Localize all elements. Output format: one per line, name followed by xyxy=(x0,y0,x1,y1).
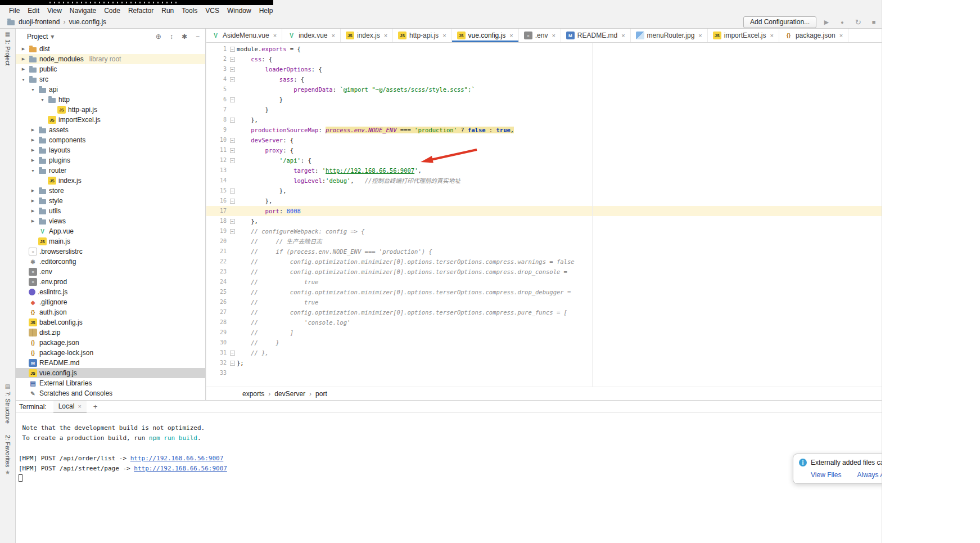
breadcrumb-file[interactable]: vue.config.js xyxy=(69,18,106,26)
editor-tab-.env[interactable]: .env xyxy=(519,29,561,42)
tree-item[interactable]: src xyxy=(16,74,205,84)
close-icon[interactable] xyxy=(78,403,81,410)
editor-breadcrumb-exports[interactable]: exports xyxy=(242,390,264,398)
gear-icon[interactable] xyxy=(182,33,187,41)
tree-item[interactable]: dist xyxy=(16,44,205,54)
editor-tab-menuRouter.jpg[interactable]: menuRouter.jpg xyxy=(631,29,708,42)
tree-item[interactable]: App.vue xyxy=(16,226,205,236)
tree-item[interactable]: assets xyxy=(16,125,205,135)
menu-item-file[interactable]: File xyxy=(5,7,24,15)
fold-marker-icon[interactable] xyxy=(228,216,237,226)
fold-marker-icon[interactable] xyxy=(228,145,237,155)
editor-tab-index.vue[interactable]: index.vue xyxy=(282,29,341,42)
fold-marker-icon[interactable] xyxy=(228,358,237,368)
tree-item[interactable]: api xyxy=(16,84,205,95)
tree-item[interactable]: dist.zip xyxy=(16,327,205,338)
editor-tab-index.js[interactable]: index.js xyxy=(341,29,393,42)
tree-item[interactable]: style xyxy=(16,196,205,206)
code-line[interactable]: 7 } xyxy=(206,105,980,115)
tree-item[interactable]: node_moduleslibrary root xyxy=(16,54,205,64)
code-line[interactable]: 13 target: 'http://192.168.66.56:9007', xyxy=(206,165,980,176)
tree-item[interactable]: .env.prod xyxy=(16,277,205,287)
chevron-collapsed-icon[interactable] xyxy=(30,199,36,203)
tree-item[interactable]: http-api.js xyxy=(16,105,205,115)
code-line[interactable]: 30 // } xyxy=(206,338,980,348)
chevron-down-icon[interactable] xyxy=(51,33,54,41)
fold-marker-icon[interactable] xyxy=(228,54,237,64)
close-icon[interactable] xyxy=(770,32,773,39)
tree-item[interactable]: .gitignore xyxy=(16,297,205,307)
code-line[interactable]: 32}; xyxy=(206,358,980,368)
code-line[interactable]: 18 }, xyxy=(206,216,980,226)
fold-marker-icon[interactable] xyxy=(228,115,237,125)
editor-tab-AsideMenu.vue[interactable]: AsideMenu.vue xyxy=(206,29,282,42)
fold-marker-icon[interactable] xyxy=(228,135,237,145)
code-line[interactable]: 16 }, xyxy=(206,196,980,206)
editor-tab-http-api.js[interactable]: http-api.js xyxy=(393,29,451,42)
tree-item[interactable]: External Libraries xyxy=(16,378,205,388)
menu-item-run[interactable]: Run xyxy=(157,7,178,15)
close-icon[interactable] xyxy=(509,32,513,39)
code-line[interactable]: 17 port: 8008 xyxy=(206,206,980,216)
fold-marker-icon[interactable] xyxy=(228,155,237,165)
chevron-collapsed-icon[interactable] xyxy=(30,138,36,142)
tool-window-structure[interactable]: 7: Structure xyxy=(0,383,15,424)
code-line[interactable]: 10 devServer: { xyxy=(206,135,980,145)
code-line[interactable]: 27 // config.optimization.minimizer[0].o… xyxy=(206,307,980,317)
tree-item[interactable]: package-lock.json xyxy=(16,348,205,358)
tree-item[interactable]: .eslintrc.js xyxy=(16,287,205,297)
fold-marker-icon[interactable] xyxy=(228,95,237,105)
close-icon[interactable] xyxy=(384,32,387,39)
code-editor[interactable]: 1module.exports = {2 css: {3 loaderOptio… xyxy=(206,43,980,387)
run-icon[interactable] xyxy=(821,19,832,26)
close-icon[interactable] xyxy=(332,32,335,39)
code-line[interactable]: 29 // ] xyxy=(206,327,980,338)
code-line[interactable]: 14 logLevel:'debug', //控制台终端打印代理前的真实地址 xyxy=(206,176,980,186)
tree-item[interactable]: README.md xyxy=(16,358,205,368)
menu-item-refactor[interactable]: Refactor xyxy=(124,7,157,15)
tool-window-favorites[interactable]: 2: Favorites xyxy=(0,435,15,475)
fold-marker-icon[interactable] xyxy=(228,226,237,236)
chevron-collapsed-icon[interactable] xyxy=(20,67,26,71)
code-line[interactable]: 11 proxy: { xyxy=(206,145,980,155)
menu-item-navigate[interactable]: Navigate xyxy=(66,7,100,15)
editor-tab-README.md[interactable]: README.md xyxy=(561,29,631,42)
add-configuration-button[interactable]: Add Configuration... xyxy=(743,16,816,28)
menu-item-window[interactable]: Window xyxy=(223,7,255,15)
chevron-collapsed-icon[interactable] xyxy=(30,189,36,193)
code-line[interactable]: 5 prependData: `@import "~@/assets/scss/… xyxy=(206,84,980,95)
tree-item[interactable]: .env xyxy=(16,267,205,277)
chevron-expanded-icon[interactable] xyxy=(39,98,46,102)
editor-breadcrumb-devServer[interactable]: devServer xyxy=(274,390,305,398)
editor-breadcrumb-port[interactable]: port xyxy=(315,390,327,398)
editor-tab-importExcel.js[interactable]: importExcel.js xyxy=(708,29,779,42)
tree-item[interactable]: router xyxy=(16,165,205,176)
code-line[interactable]: 24 // true xyxy=(206,277,980,287)
terminal-cursor[interactable] xyxy=(19,474,22,482)
code-line[interactable]: 20 // // 生产去除日志 xyxy=(206,236,980,246)
project-panel-title[interactable]: Project xyxy=(27,33,48,41)
tree-item[interactable]: utils xyxy=(16,206,205,216)
tree-item[interactable]: index.js xyxy=(16,176,205,186)
tree-item[interactable]: public xyxy=(16,64,205,74)
code-line[interactable]: 3 loaderOptions: { xyxy=(206,64,980,74)
fold-marker-icon[interactable] xyxy=(228,74,237,84)
tree-item[interactable]: views xyxy=(16,216,205,226)
fold-marker-icon[interactable] xyxy=(228,64,237,74)
expand-collapse-icon[interactable] xyxy=(170,33,173,41)
tree-item[interactable]: auth.json xyxy=(16,307,205,317)
tree-item[interactable]: importExcel.js xyxy=(16,115,205,125)
tree-item[interactable]: components xyxy=(16,135,205,145)
code-line[interactable]: 1module.exports = { xyxy=(206,44,980,54)
tree-item[interactable]: store xyxy=(16,186,205,196)
tree-item[interactable]: layouts xyxy=(16,145,205,155)
chevron-collapsed-icon[interactable] xyxy=(30,219,36,223)
fold-marker-icon[interactable] xyxy=(228,196,237,206)
tree-item[interactable]: .browserslistrc xyxy=(16,246,205,257)
code-line[interactable]: 4 sass: { xyxy=(206,74,980,84)
tree-item[interactable]: package.json xyxy=(16,338,205,348)
tree-item[interactable]: http xyxy=(16,95,205,105)
debug-icon[interactable] xyxy=(837,19,848,25)
code-line[interactable]: 28 // 'console.log' xyxy=(206,317,980,327)
tree-item[interactable]: plugins xyxy=(16,155,205,165)
